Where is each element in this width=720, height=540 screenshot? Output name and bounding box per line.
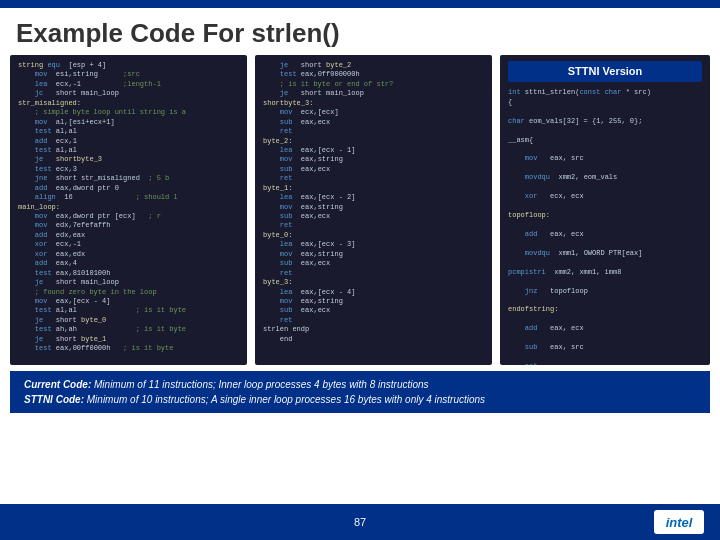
intel-logo-text: intel (666, 515, 693, 530)
code-panel-left: string equ [esp + 4] mov esi,string ;src… (10, 55, 247, 365)
page-title: Example Code For strlen() (16, 18, 704, 49)
footer: 87 intel (0, 504, 720, 540)
sttni-code-label: STTNI Code: (24, 394, 84, 405)
intel-logo: intel (654, 510, 704, 534)
title-area: Example Code For strlen() (0, 8, 720, 55)
code-middle-text: je short byte_2 test eax,0ff000000h ; is… (263, 61, 484, 344)
sttni-code-line: STTNI Code: Minimum of 10 instructions; … (24, 392, 696, 407)
code-panel-middle: je short byte_2 test eax,0ff000000h ; is… (255, 55, 492, 365)
current-code-text: Minimum of 11 instructions; Inner loop p… (94, 379, 429, 390)
current-code-line: Current Code: Minimum of 11 instructions… (24, 377, 696, 392)
page-number: 87 (354, 516, 366, 528)
top-bar (0, 0, 720, 8)
sttni-code-desc-text: Minimum of 10 instructions; A single inn… (87, 394, 485, 405)
slide: Example Code For strlen() string equ [es… (0, 0, 720, 540)
content-area: string equ [esp + 4] mov esi,string ;src… (0, 55, 720, 365)
code-left-text: string equ [esp + 4] mov esi,string ;src… (18, 61, 239, 354)
intel-logo-inner: intel (654, 510, 704, 534)
sttni-header: STTNI Version (508, 61, 702, 82)
current-code-label: Current Code: (24, 379, 91, 390)
sttni-code-text: int sttni_strlen(const char * src) { cha… (508, 88, 702, 365)
sttni-panel: STTNI Version int sttni_strlen(const cha… (500, 55, 710, 365)
bottom-description: Current Code: Minimum of 11 instructions… (10, 371, 710, 413)
